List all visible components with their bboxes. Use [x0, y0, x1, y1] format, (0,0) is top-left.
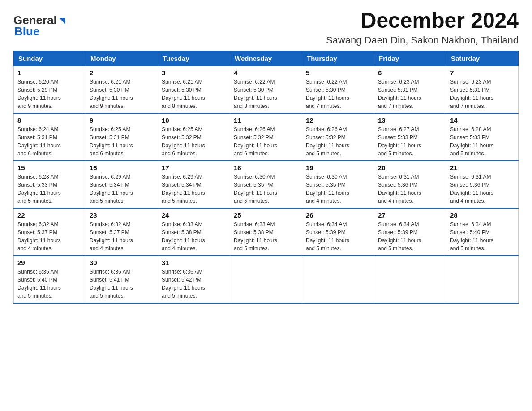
day-number: 10 — [162, 116, 226, 124]
calendar-cell: 27Sunrise: 6:34 AMSunset: 5:39 PMDayligh… — [374, 208, 446, 256]
day-number: 17 — [162, 164, 226, 171]
day-number: 28 — [450, 211, 515, 219]
day-number: 3 — [162, 69, 226, 77]
day-number: 19 — [306, 164, 370, 171]
day-info: Sunrise: 6:30 AMSunset: 5:35 PMDaylight:… — [306, 173, 370, 205]
calendar-header-saturday: Saturday — [446, 51, 519, 66]
calendar-cell: 6Sunrise: 6:23 AMSunset: 5:31 PMDaylight… — [374, 66, 446, 113]
calendar-cell: 4Sunrise: 6:22 AMSunset: 5:30 PMDaylight… — [230, 66, 302, 113]
day-info: Sunrise: 6:25 AMSunset: 5:32 PMDaylight:… — [162, 125, 226, 158]
day-number: 1 — [17, 69, 82, 77]
calendar-cell — [374, 256, 446, 303]
day-info: Sunrise: 6:34 AMSunset: 5:39 PMDaylight:… — [378, 220, 442, 253]
calendar-header-friday: Friday — [374, 51, 446, 66]
calendar-cell: 1Sunrise: 6:20 AMSunset: 5:29 PMDaylight… — [14, 66, 86, 113]
day-number: 9 — [90, 116, 154, 124]
day-number: 15 — [17, 164, 82, 171]
day-number: 7 — [450, 69, 515, 77]
page-header: General Blue December 2024 Sawang Daen D… — [13, 9, 519, 46]
calendar-week-row: 15Sunrise: 6:28 AMSunset: 5:33 PMDayligh… — [14, 161, 519, 208]
day-info: Sunrise: 6:35 AMSunset: 5:40 PMDaylight:… — [17, 268, 82, 300]
day-number: 14 — [450, 116, 515, 124]
logo-blue-text: Blue — [14, 25, 39, 39]
day-info: Sunrise: 6:28 AMSunset: 5:33 PMDaylight:… — [17, 173, 82, 205]
calendar-header-wednesday: Wednesday — [230, 51, 302, 66]
day-number: 6 — [378, 69, 442, 77]
day-info: Sunrise: 6:24 AMSunset: 5:31 PMDaylight:… — [17, 125, 82, 158]
day-number: 16 — [90, 164, 154, 171]
day-number: 24 — [162, 211, 226, 219]
day-info: Sunrise: 6:21 AMSunset: 5:30 PMDaylight:… — [90, 78, 154, 110]
calendar-cell — [446, 256, 519, 303]
day-number: 20 — [378, 164, 442, 171]
calendar-header-sunday: Sunday — [14, 51, 86, 66]
calendar-cell: 22Sunrise: 6:32 AMSunset: 5:37 PMDayligh… — [14, 208, 86, 256]
logo-triangle-icon — [57, 16, 67, 26]
calendar-cell: 17Sunrise: 6:29 AMSunset: 5:34 PMDayligh… — [158, 161, 230, 208]
day-info: Sunrise: 6:21 AMSunset: 5:30 PMDaylight:… — [162, 78, 226, 110]
day-info: Sunrise: 6:22 AMSunset: 5:30 PMDaylight:… — [306, 78, 370, 110]
calendar-week-row: 22Sunrise: 6:32 AMSunset: 5:37 PMDayligh… — [14, 208, 519, 256]
page-subtitle: Sawang Daen Din, Sakon Nakhon, Thailand — [326, 34, 519, 46]
day-number: 2 — [90, 69, 154, 77]
calendar-cell: 16Sunrise: 6:29 AMSunset: 5:34 PMDayligh… — [86, 161, 158, 208]
day-number: 18 — [234, 164, 298, 171]
day-info: Sunrise: 6:34 AMSunset: 5:40 PMDaylight:… — [450, 220, 515, 253]
page-title: December 2024 — [326, 9, 519, 33]
day-info: Sunrise: 6:31 AMSunset: 5:36 PMDaylight:… — [450, 173, 515, 205]
day-number: 11 — [234, 116, 298, 124]
day-number: 25 — [234, 211, 298, 219]
calendar-cell: 7Sunrise: 6:23 AMSunset: 5:31 PMDaylight… — [446, 66, 519, 113]
day-number: 8 — [17, 116, 82, 124]
calendar-header-tuesday: Tuesday — [158, 51, 230, 66]
calendar-cell — [302, 256, 374, 303]
calendar-cell: 10Sunrise: 6:25 AMSunset: 5:32 PMDayligh… — [158, 113, 230, 161]
day-number: 13 — [378, 116, 442, 124]
day-number: 26 — [306, 211, 370, 219]
day-info: Sunrise: 6:29 AMSunset: 5:34 PMDaylight:… — [162, 173, 226, 205]
day-number: 22 — [17, 211, 82, 219]
calendar-cell: 31Sunrise: 6:36 AMSunset: 5:42 PMDayligh… — [158, 256, 230, 303]
calendar-cell: 2Sunrise: 6:21 AMSunset: 5:30 PMDaylight… — [86, 66, 158, 113]
calendar-cell: 21Sunrise: 6:31 AMSunset: 5:36 PMDayligh… — [446, 161, 519, 208]
calendar-cell: 18Sunrise: 6:30 AMSunset: 5:35 PMDayligh… — [230, 161, 302, 208]
day-info: Sunrise: 6:30 AMSunset: 5:35 PMDaylight:… — [234, 173, 298, 205]
calendar-cell: 12Sunrise: 6:26 AMSunset: 5:32 PMDayligh… — [302, 113, 374, 161]
day-info: Sunrise: 6:29 AMSunset: 5:34 PMDaylight:… — [90, 173, 154, 205]
day-info: Sunrise: 6:26 AMSunset: 5:32 PMDaylight:… — [234, 125, 298, 158]
calendar-cell: 5Sunrise: 6:22 AMSunset: 5:30 PMDaylight… — [302, 66, 374, 113]
day-info: Sunrise: 6:25 AMSunset: 5:31 PMDaylight:… — [90, 125, 154, 158]
svg-marker-0 — [59, 18, 65, 24]
calendar-cell: 20Sunrise: 6:31 AMSunset: 5:36 PMDayligh… — [374, 161, 446, 208]
calendar-header-monday: Monday — [86, 51, 158, 66]
calendar-cell: 26Sunrise: 6:34 AMSunset: 5:39 PMDayligh… — [302, 208, 374, 256]
calendar-header-row: SundayMondayTuesdayWednesdayThursdayFrid… — [14, 51, 519, 66]
calendar-cell: 3Sunrise: 6:21 AMSunset: 5:30 PMDaylight… — [158, 66, 230, 113]
calendar-week-row: 1Sunrise: 6:20 AMSunset: 5:29 PMDaylight… — [14, 66, 519, 113]
day-info: Sunrise: 6:23 AMSunset: 5:31 PMDaylight:… — [378, 78, 442, 110]
day-info: Sunrise: 6:27 AMSunset: 5:33 PMDaylight:… — [378, 125, 442, 158]
day-info: Sunrise: 6:28 AMSunset: 5:33 PMDaylight:… — [450, 125, 515, 158]
day-info: Sunrise: 6:22 AMSunset: 5:30 PMDaylight:… — [234, 78, 298, 110]
day-number: 29 — [17, 259, 82, 266]
day-number: 27 — [378, 211, 442, 219]
calendar-table: SundayMondayTuesdayWednesdayThursdayFrid… — [13, 51, 519, 304]
calendar-cell: 29Sunrise: 6:35 AMSunset: 5:40 PMDayligh… — [14, 256, 86, 303]
calendar-cell: 23Sunrise: 6:32 AMSunset: 5:37 PMDayligh… — [86, 208, 158, 256]
calendar-cell: 30Sunrise: 6:35 AMSunset: 5:41 PMDayligh… — [86, 256, 158, 303]
calendar-cell: 11Sunrise: 6:26 AMSunset: 5:32 PMDayligh… — [230, 113, 302, 161]
day-info: Sunrise: 6:33 AMSunset: 5:38 PMDaylight:… — [234, 220, 298, 253]
calendar-header-thursday: Thursday — [302, 51, 374, 66]
day-info: Sunrise: 6:23 AMSunset: 5:31 PMDaylight:… — [450, 78, 515, 110]
day-info: Sunrise: 6:35 AMSunset: 5:41 PMDaylight:… — [90, 268, 154, 300]
day-info: Sunrise: 6:34 AMSunset: 5:39 PMDaylight:… — [306, 220, 370, 253]
calendar-cell: 15Sunrise: 6:28 AMSunset: 5:33 PMDayligh… — [14, 161, 86, 208]
day-number: 30 — [90, 259, 154, 266]
day-number: 21 — [450, 164, 515, 171]
day-info: Sunrise: 6:32 AMSunset: 5:37 PMDaylight:… — [17, 220, 82, 253]
day-info: Sunrise: 6:36 AMSunset: 5:42 PMDaylight:… — [162, 268, 226, 300]
day-number: 4 — [234, 69, 298, 77]
logo: General Blue — [13, 13, 67, 39]
day-info: Sunrise: 6:32 AMSunset: 5:37 PMDaylight:… — [90, 220, 154, 253]
calendar-cell — [230, 256, 302, 303]
